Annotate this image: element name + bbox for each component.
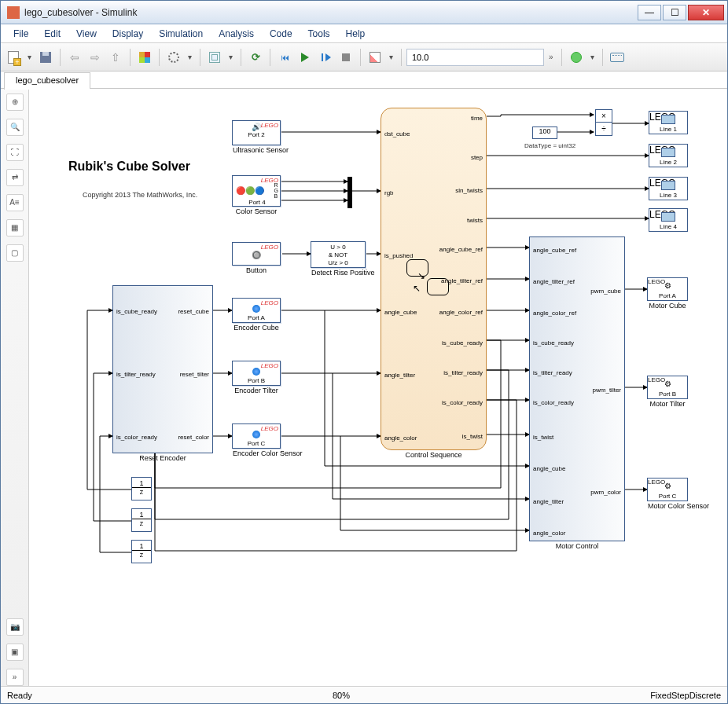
- block-motor-control[interactable]: angle_cube_ref angle_tilter_ref angle_co…: [529, 236, 625, 541]
- data-inspector-button[interactable]: [366, 48, 384, 67]
- block-encoder-tilter[interactable]: LEGO Port B Encoder Tilter: [232, 361, 281, 386]
- hardware-button[interactable]: [608, 48, 627, 67]
- back-button[interactable]: ⇦: [65, 48, 84, 67]
- screenshot-button[interactable]: 📷: [6, 618, 24, 636]
- menubar: File Edit View Display Simulation Analys…: [1, 24, 727, 43]
- block-scope-line2[interactable]: LEGO Line 2: [649, 144, 688, 167]
- new-dropdown[interactable]: ▾: [24, 53, 35, 61]
- menu-display[interactable]: Display: [105, 26, 151, 42]
- pan-button[interactable]: ⇄: [6, 169, 24, 186]
- block-mux[interactable]: [347, 177, 352, 208]
- menu-edit[interactable]: Edit: [36, 26, 68, 42]
- sidebar-overflow[interactable]: »: [6, 669, 24, 686]
- minimize-button[interactable]: —: [638, 5, 661, 20]
- library-browser-button[interactable]: [135, 48, 154, 67]
- block-delay-1[interactable]: 1z: [131, 477, 152, 500]
- menu-view[interactable]: View: [68, 26, 105, 42]
- menu-simulation[interactable]: Simulation: [151, 26, 211, 42]
- block-delay-3[interactable]: 1z: [131, 540, 152, 563]
- block-button[interactable]: LEGO 🔘 Button: [232, 242, 281, 266]
- build-status-icon[interactable]: [567, 48, 586, 67]
- block-constant-100[interactable]: 100: [532, 126, 557, 139]
- model-config-button[interactable]: [164, 48, 183, 67]
- app-icon: [7, 6, 20, 19]
- menu-file[interactable]: File: [6, 26, 36, 42]
- status-left: Ready: [7, 691, 32, 700]
- block-encoder-cube[interactable]: LEGO Port A Encoder Cube: [232, 298, 281, 323]
- statusbar: Ready 80% FixedStepDiscrete: [1, 686, 727, 703]
- stop-time-input[interactable]: 10.0: [406, 49, 544, 66]
- update-diagram-button[interactable]: ⟳: [246, 48, 265, 67]
- run-button[interactable]: [296, 48, 314, 67]
- tab-model[interactable]: lego_cubesolver: [4, 72, 90, 90]
- up-button[interactable]: ⇧: [106, 48, 125, 67]
- block-motor-cube[interactable]: LEGO⚙ Port A Motor Cube: [647, 277, 688, 301]
- step-forward-button[interactable]: [316, 48, 335, 67]
- block-color-sensor[interactable]: LEGO 🔴🟢🔵 R G B Port 4 Color Sensor: [232, 175, 281, 207]
- step-back-button[interactable]: ⏮: [275, 48, 294, 67]
- block-product[interactable]: × ÷: [595, 109, 612, 136]
- canvas-sidebar: ⊕ 🔍 ⛶ ⇄ A≡ ▦ ▢ 📷 ▣ »: [1, 89, 29, 686]
- block-encoder-color[interactable]: LEGO Port C Encoder Color Sensor: [232, 424, 281, 449]
- titlebar: lego_cubesolver - Simulink — ☐ ✕: [1, 1, 727, 24]
- menu-code[interactable]: Code: [262, 26, 300, 42]
- build-dropdown[interactable]: ▾: [587, 53, 597, 61]
- application-window: lego_cubesolver - Simulink — ☐ ✕ File Ed…: [0, 0, 728, 704]
- zoom-button[interactable]: 🔍: [6, 119, 24, 136]
- menu-analysis[interactable]: Analysis: [211, 26, 262, 42]
- stop-button[interactable]: [336, 48, 355, 67]
- block-scope-line1[interactable]: LEGO Line 1: [649, 111, 688, 134]
- config-dropdown[interactable]: ▾: [185, 53, 195, 61]
- window-title: lego_cubesolver - Simulink: [24, 7, 636, 18]
- annotate-button[interactable]: A≡: [6, 194, 24, 211]
- record-button[interactable]: ▣: [6, 644, 24, 661]
- save-button[interactable]: [36, 48, 55, 67]
- block-motor-tilter[interactable]: LEGO⚙ Port B Motor Tilter: [647, 376, 688, 399]
- menu-help[interactable]: Help: [338, 26, 373, 42]
- block-scope-line3[interactable]: LEGO Line 3: [649, 177, 688, 200]
- canvas[interactable]: Rubik's Cube Solver Copyright 2013 The M…: [29, 89, 727, 686]
- datatype-label: DataType = uint32: [524, 142, 575, 149]
- toolbar: + ▾ ⇦ ⇨ ⇧ ▾ ▾ ⟳ ⏮ ▾ 10.0 » ▾: [1, 43, 727, 72]
- area-button[interactable]: ▢: [6, 244, 24, 262]
- explorer-dropdown[interactable]: ▾: [226, 53, 236, 61]
- workspace: ⊕ 🔍 ⛶ ⇄ A≡ ▦ ▢ 📷 ▣ » Rubik's Cube Solver…: [1, 89, 727, 686]
- block-motor-color[interactable]: LEGO⚙ Port C Motor Color Sensor: [647, 478, 688, 501]
- inspector-dropdown[interactable]: ▾: [386, 53, 396, 61]
- close-button[interactable]: ✕: [688, 5, 724, 20]
- block-reset-encoder[interactable]: is_cube_ready reset_cube is_tilter_ready…: [112, 285, 213, 453]
- block-scope-line4[interactable]: LEGO Line 4: [649, 208, 688, 232]
- block-control-sequence[interactable]: dst_cube rgb is_pushed angle_cube angle_…: [381, 108, 487, 450]
- image-button[interactable]: ▦: [6, 219, 24, 236]
- fit-button[interactable]: ⛶: [6, 144, 24, 161]
- status-zoom: 80%: [32, 691, 650, 700]
- model-explorer-button[interactable]: [205, 48, 224, 67]
- new-button[interactable]: +: [4, 48, 23, 67]
- maximize-button[interactable]: ☐: [663, 5, 686, 20]
- forward-button[interactable]: ⇨: [86, 48, 105, 67]
- menu-tools[interactable]: Tools: [300, 26, 338, 42]
- block-delay-2[interactable]: 1z: [131, 508, 152, 532]
- block-ultrasonic-sensor[interactable]: LEGO 🔊 Port 2 Ultrasonic Sensor: [232, 120, 281, 145]
- block-detect-rise[interactable]: U > 0 & NOT U/z > 0 Detect Rise Positive: [311, 241, 366, 268]
- hide-browser-button[interactable]: ⊕: [6, 94, 24, 111]
- status-solver: FixedStepDiscrete: [650, 691, 721, 700]
- toolbar-overflow[interactable]: »: [546, 53, 557, 61]
- tabstrip: lego_cubesolver: [1, 72, 727, 89]
